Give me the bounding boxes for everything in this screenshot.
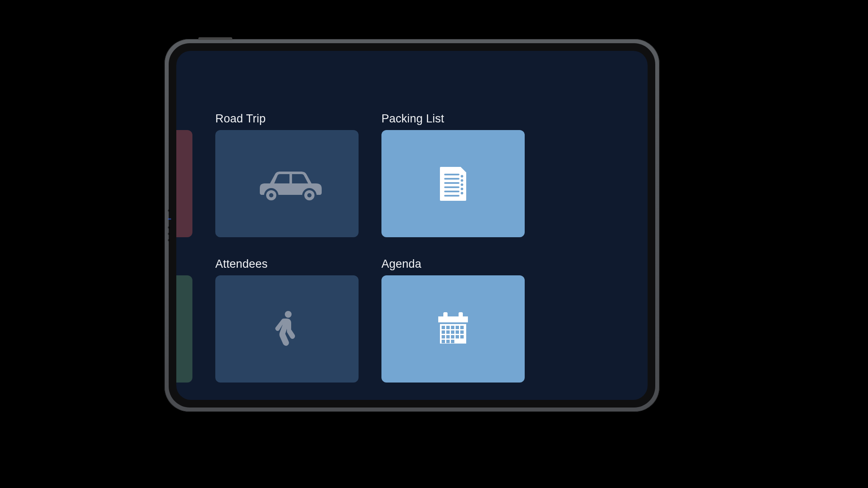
svg-rect-22: [442, 326, 445, 329]
svg-rect-32: [442, 335, 445, 338]
power-button: [198, 37, 232, 40]
tile-card: [381, 130, 525, 237]
tile-card: [176, 275, 192, 383]
svg-point-11: [461, 179, 463, 182]
svg-point-10: [461, 175, 463, 177]
svg-point-15: [285, 311, 292, 318]
svg-rect-31: [460, 330, 464, 334]
front-sensors: [168, 210, 171, 241]
tile-road-trip[interactable]: Road Trip: [215, 112, 359, 237]
svg-rect-19: [438, 316, 468, 322]
tile-card: [215, 130, 359, 237]
ipad-bezel: Road Trip: [169, 43, 655, 408]
ipad-device-frame: Road Trip: [164, 39, 659, 412]
svg-rect-35: [456, 335, 459, 338]
tile-packing-list[interactable]: Packing List: [381, 112, 525, 237]
svg-rect-28: [446, 330, 450, 334]
tile-grid: Road Trip: [176, 112, 525, 383]
tile-title: Attendees: [215, 258, 359, 271]
tile-title: Agenda: [381, 258, 525, 271]
svg-rect-34: [451, 335, 454, 338]
svg-rect-23: [446, 326, 450, 329]
svg-rect-37: [442, 340, 445, 343]
tile-card: [381, 275, 525, 383]
svg-point-14: [461, 192, 463, 194]
svg-point-12: [461, 183, 463, 186]
tile-agenda[interactable]: Agenda: [381, 258, 525, 383]
svg-rect-26: [460, 326, 464, 329]
person-walking-icon: [274, 310, 300, 348]
svg-rect-24: [451, 326, 454, 329]
car-icon: [249, 165, 325, 203]
svg-rect-30: [456, 330, 459, 334]
tile-unknown-teal[interactable]: [176, 258, 192, 383]
tile-card: [176, 130, 192, 237]
svg-rect-38: [446, 340, 450, 343]
svg-rect-27: [442, 330, 445, 334]
tile-title: [176, 112, 192, 126]
svg-rect-29: [451, 330, 454, 334]
svg-point-3: [307, 193, 312, 197]
tile-unknown-maroon[interactable]: [176, 112, 192, 237]
svg-point-1: [269, 193, 273, 197]
svg-rect-33: [446, 335, 450, 338]
list-document-icon: [439, 166, 467, 202]
svg-rect-25: [456, 326, 459, 329]
tile-title: Road Trip: [215, 112, 359, 126]
tile-title: [176, 258, 192, 271]
svg-rect-36: [460, 335, 464, 338]
calendar-icon: [437, 311, 470, 347]
tile-title: Packing List: [381, 112, 525, 126]
svg-rect-39: [451, 340, 454, 343]
svg-point-13: [461, 188, 463, 190]
screen: Road Trip: [176, 51, 648, 400]
tile-card: [215, 275, 359, 383]
tile-attendees[interactable]: Attendees: [215, 258, 359, 383]
